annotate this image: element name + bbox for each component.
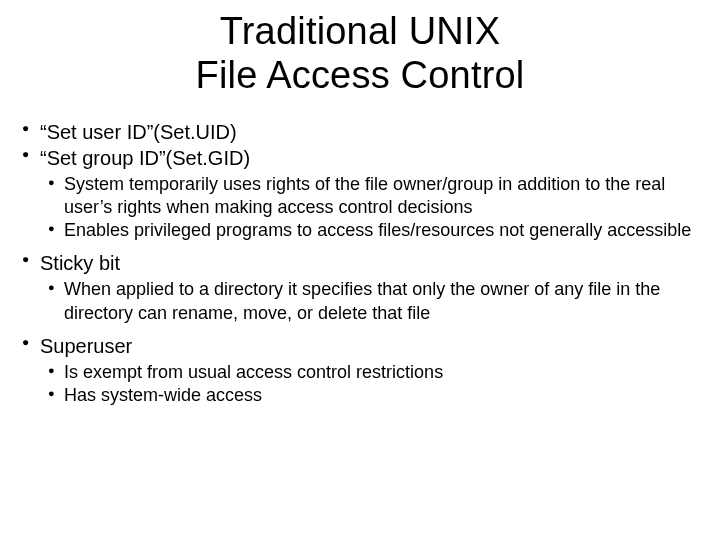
title-line-1: Traditional UNIX — [220, 10, 501, 52]
list-item: Sticky bit When applied to a directory i… — [18, 250, 702, 324]
bullet-text: “Set group ID”(Set.GID) — [40, 147, 250, 169]
bullet-list: “Set user ID”(Set.UID) “Set group ID”(Se… — [18, 119, 702, 406]
bullet-text: Is exempt from usual access control rest… — [64, 362, 443, 382]
sub-list: System temporarily uses rights of the fi… — [40, 173, 702, 242]
list-item: System temporarily uses rights of the fi… — [40, 173, 702, 219]
bullet-text: System temporarily uses rights of the fi… — [64, 174, 665, 217]
list-item: Is exempt from usual access control rest… — [40, 361, 702, 384]
bullet-text: Sticky bit — [40, 252, 120, 274]
list-item: “Set user ID”(Set.UID) — [18, 119, 702, 145]
bullet-text: Superuser — [40, 335, 132, 357]
sub-list: When applied to a directory it specifies… — [40, 278, 702, 324]
list-item: When applied to a directory it specifies… — [40, 278, 702, 324]
bullet-text: “Set user ID”(Set.UID) — [40, 121, 237, 143]
bullet-text: When applied to a directory it specifies… — [64, 279, 660, 322]
bullet-text: Has system-wide access — [64, 385, 262, 405]
sub-list: Is exempt from usual access control rest… — [40, 361, 702, 407]
slide-title: Traditional UNIX File Access Control — [18, 10, 702, 97]
title-line-2: File Access Control — [195, 54, 524, 96]
list-item: “Set group ID”(Set.GID) System temporari… — [18, 145, 702, 242]
list-item: Enables privileged programs to access fi… — [40, 219, 702, 242]
list-item: Has system-wide access — [40, 384, 702, 407]
bullet-text: Enables privileged programs to access fi… — [64, 220, 691, 240]
list-item: Superuser Is exempt from usual access co… — [18, 333, 702, 407]
